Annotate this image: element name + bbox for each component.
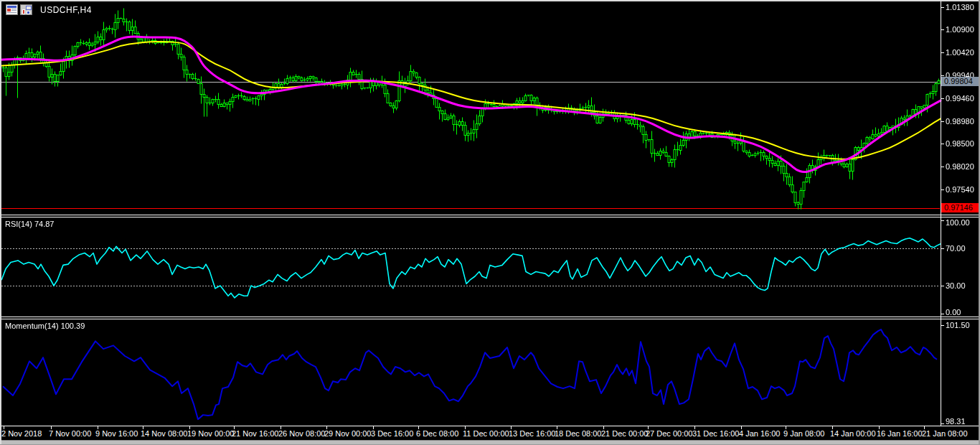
chart-titlebar: USDCHF,H4	[6, 4, 92, 15]
time-axis-tick	[143, 426, 143, 429]
time-axis-label: 21 Nov 16:00	[232, 429, 278, 438]
axis-tick-label: 98.31	[946, 417, 966, 426]
time-axis-tick	[924, 426, 925, 429]
momentum-pane-label: Momentum(14) 100.39	[5, 322, 85, 330]
axis-tick-label: 0.98980	[946, 117, 974, 126]
axis-tick-label: 0.99460	[946, 94, 974, 103]
time-axis-label: 13 Dec 16:00	[509, 429, 555, 438]
axis-tick	[941, 75, 944, 76]
time-axis-tick	[741, 426, 742, 429]
axis-tick-label: 100.00	[946, 218, 970, 227]
symbol-title: USDCHF,H4	[40, 5, 92, 15]
low-price-label: 0.97146	[941, 203, 979, 212]
time-axis-label: 31 Dec 16:00	[692, 429, 739, 438]
axis-tick	[941, 98, 944, 99]
time-axis-label: 3 Dec 16:00	[371, 429, 413, 438]
time-axis-label: 19 Nov 00:00	[187, 429, 234, 438]
time-axis-label: 14 Jan 00:00	[830, 429, 876, 438]
time-axis-tick	[4, 426, 4, 429]
time-axis-tick	[98, 426, 98, 429]
time-axis-label: 29 Nov 00:00	[324, 429, 371, 438]
axis-tick-label: 1.00900	[946, 25, 974, 34]
axis-tick	[941, 286, 944, 286]
time-axis-tick	[648, 426, 649, 429]
time-axis-label: 21 Dec 00:00	[601, 429, 648, 438]
time-axis-tick	[326, 426, 327, 429]
time-axis-label: 2 Nov 2018	[1, 429, 42, 438]
axis-tick	[941, 167, 944, 167]
panel-divider[interactable]	[1, 215, 979, 215]
axis-tick-label: 101.50	[946, 321, 970, 329]
time-axis-label: 27 Dec 00:00	[646, 429, 692, 438]
time-axis-label: 21 Jan 08:00	[922, 429, 968, 438]
axis-tick	[941, 423, 944, 424]
time-axis-label: 7 Nov 00:00	[49, 429, 91, 438]
time-axis-tick	[373, 426, 374, 429]
chart-type-icon[interactable]	[20, 4, 32, 15]
time-axis-tick	[786, 426, 786, 429]
panel-divider[interactable]	[1, 319, 979, 319]
axis-tick	[941, 29, 944, 30]
axis-tick-label: 0.98020	[946, 162, 974, 171]
panel-divider[interactable]	[1, 317, 979, 317]
time-axis-label: 4 Jan 16:00	[739, 429, 781, 438]
time-axis-tick	[511, 426, 512, 429]
time-axis-tick	[694, 426, 695, 429]
axis-tick	[941, 189, 944, 190]
panel-divider[interactable]	[1, 217, 979, 217]
time-axis-label: 9 Jan 08:00	[783, 429, 825, 438]
time-axis-tick	[879, 426, 880, 429]
chart-window-icon[interactable]	[6, 4, 18, 15]
time-axis-tick	[557, 426, 557, 429]
axis-tick	[941, 52, 944, 53]
time-axis-tick	[189, 426, 190, 429]
axis-tick-label: 0.97540	[946, 185, 974, 194]
time-axis-label: 18 Dec 08:00	[555, 429, 601, 438]
time-axis-tick	[832, 426, 833, 429]
time-axis-label: 14 Nov 08:00	[141, 429, 187, 438]
axis-tick-label: 0.00	[946, 308, 961, 317]
axis-tick	[941, 248, 944, 249]
axis-tick-label: 1.01380	[946, 3, 974, 11]
chart-window: USDCHF,H4 RSI(14) 74.87 Momentum(14) 100…	[0, 0, 980, 445]
time-axis-label: 26 Nov 08:00	[278, 429, 325, 438]
time-axis-tick	[234, 426, 235, 429]
time-axis-tick	[51, 426, 52, 429]
time-axis-tick	[603, 426, 604, 429]
axis-tick	[941, 121, 944, 122]
time-axis-tick	[418, 426, 419, 429]
time-axis-tick	[281, 426, 281, 429]
axis-tick-label: 1.00420	[946, 48, 974, 57]
time-axis-label: 11 Dec 00:00	[463, 429, 509, 438]
current-price-label: 0.99804	[941, 77, 979, 86]
momentum-indicator-chart[interactable]	[0, 319, 980, 426]
bottom-scroll-strip[interactable]	[0, 440, 980, 445]
rsi-indicator-chart[interactable]	[0, 217, 980, 317]
axis-tick	[941, 220, 944, 221]
axis-tick	[941, 144, 944, 144]
time-axis-label: 16 Jan 16:00	[877, 429, 923, 438]
time-axis-label: 6 Dec 08:00	[416, 429, 458, 438]
axis-tick	[941, 7, 944, 8]
axis-tick	[941, 314, 944, 314]
price-axis-border	[941, 1, 941, 426]
rsi-pane-label: RSI(14) 74.87	[5, 220, 54, 228]
main-price-chart[interactable]	[0, 0, 980, 215]
axis-tick-label: 70.00	[946, 244, 966, 253]
axis-tick	[941, 325, 944, 326]
axis-tick-label: 30.00	[946, 281, 966, 290]
time-axis-label: 9 Nov 16:00	[95, 429, 138, 438]
time-axis-tick	[465, 426, 466, 429]
axis-tick-label: 0.98500	[946, 139, 974, 148]
